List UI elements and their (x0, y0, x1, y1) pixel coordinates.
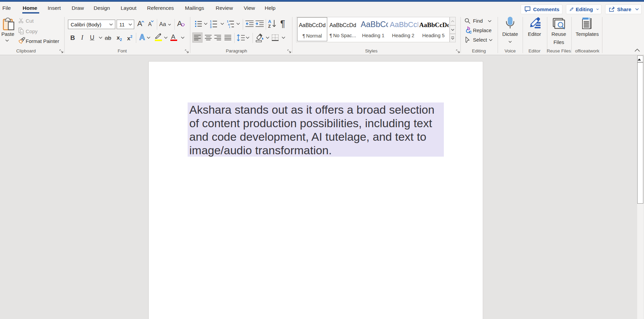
svg-text:A: A (268, 19, 271, 24)
svg-text:A: A (139, 33, 145, 41)
svg-text:i: i (229, 25, 230, 28)
svg-text:Z: Z (268, 24, 271, 29)
svg-text:3: 3 (210, 25, 212, 28)
